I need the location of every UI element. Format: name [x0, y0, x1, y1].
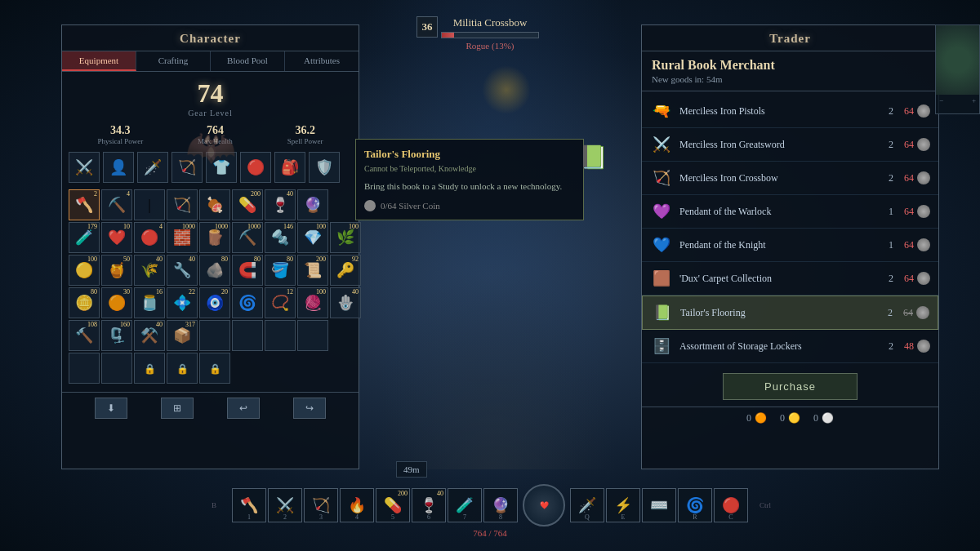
hotbar-slot-c[interactable]: 🔴 C — [714, 488, 748, 522]
inv-slot[interactable]: 🟠30 — [101, 287, 132, 318]
inv-slot[interactable]: 🧿20 — [199, 287, 230, 318]
forward-button[interactable]: ↪ — [293, 398, 326, 419]
trade-item-qty: 2 — [884, 105, 898, 118]
trade-item-name: 'Dux' Carpet Collection — [679, 273, 884, 285]
inv-slot[interactable]: 🔑92 — [330, 255, 361, 286]
inv-slot[interactable]: 🪣80 — [265, 255, 296, 286]
minimap[interactable]: − + — [935, 24, 980, 114]
inv-slot[interactable]: 🔩146 — [265, 222, 296, 253]
minimap-minus[interactable]: − — [939, 96, 943, 104]
inv-slot[interactable] — [101, 353, 132, 384]
inv-slot[interactable]: 🌾40 — [134, 255, 165, 286]
inv-slot[interactable]: 🔧40 — [167, 255, 198, 286]
inv-slot[interactable]: 🧶100 — [297, 287, 328, 318]
trade-item-crossbow[interactable]: 🏹 Merciless Iron Crossbow 2 64 — [642, 162, 938, 195]
hotbar-slot-3[interactable]: 🏹 3 — [304, 488, 338, 522]
equip-slot-7[interactable]: 🎒 — [274, 152, 305, 183]
inv-slot[interactable]: 🍯50 — [101, 255, 132, 286]
tab-equipment[interactable]: Equipment — [62, 51, 136, 71]
hotbar-slot-4[interactable]: 🔥 4 — [340, 488, 374, 522]
inv-slot[interactable]: 🪬40 — [330, 287, 361, 318]
inv-slot[interactable]: 🟡100 — [69, 255, 100, 286]
trade-item-greatsword[interactable]: ⚔️ Merciless Iron Greatsword 2 64 — [642, 128, 938, 162]
equip-slot-4[interactable]: 🏹 — [172, 152, 203, 183]
inv-slot[interactable]: 📦317 — [167, 320, 198, 351]
hotbar-slot-e[interactable]: ⚡ E — [606, 488, 640, 522]
inv-slot[interactable]: 🔮 — [297, 189, 328, 220]
inv-slot[interactable]: 📿12 — [265, 287, 296, 318]
inv-slot[interactable]: ❤️10 — [101, 222, 132, 253]
inv-slot[interactable]: 🔨108 — [69, 320, 100, 351]
trade-item-carpet[interactable]: 🟫 'Dux' Carpet Collection 2 64 — [642, 262, 938, 295]
inv-slot[interactable] — [232, 320, 263, 351]
inv-slot-locked[interactable] — [167, 353, 198, 384]
inv-slot[interactable]: 🏹 — [167, 189, 198, 220]
back-button[interactable]: ↩ — [227, 398, 260, 419]
inv-slot[interactable]: 🌀 — [232, 287, 263, 318]
equip-slot-8[interactable]: 🛡️ — [309, 152, 340, 183]
inv-slot[interactable]: 🪙80 — [69, 287, 100, 318]
trade-item-icon: 💙 — [650, 233, 673, 256]
tab-blood-pool[interactable]: Blood Pool — [211, 51, 285, 71]
inv-slot[interactable]: 📜200 — [297, 255, 328, 286]
inv-slot-locked[interactable] — [134, 353, 165, 384]
inv-slot[interactable]: 🪨80 — [199, 255, 230, 286]
grid-button[interactable]: ⊞ — [161, 398, 194, 419]
inv-slot[interactable]: 🧪179 — [69, 222, 100, 253]
hotbar-slot-5[interactable]: 💊200 5 — [376, 488, 410, 522]
inv-slot[interactable]: | — [134, 189, 165, 220]
inv-slot[interactable]: ⛏️1000 — [232, 222, 263, 253]
inv-slot[interactable]: 🌿100 — [330, 222, 361, 253]
distance-indicator: 49m — [396, 461, 427, 478]
inv-slot[interactable]: 🪓2 — [69, 189, 100, 220]
inv-slot[interactable]: 💊200 — [232, 189, 263, 220]
hotbar-slot-keyboard[interactable]: ⌨️ — [642, 488, 676, 522]
hotbar-slot-7[interactable]: 🧪 7 — [448, 488, 482, 522]
hotbar-slot-2[interactable]: ⚔️ 2 — [268, 488, 302, 522]
minimap-view — [936, 25, 979, 95]
trade-item-qty: 2 — [884, 172, 898, 184]
inv-slot[interactable] — [265, 320, 296, 351]
hp-display: 764 / 764 — [473, 528, 507, 538]
inv-slot[interactable] — [199, 320, 230, 351]
hotbar-slot-6[interactable]: 🍷40 6 — [412, 488, 446, 522]
download-button[interactable]: ⬇ — [95, 398, 127, 419]
equip-slot-1[interactable]: ⚔️ — [69, 152, 100, 183]
inv-slot[interactable]: 🍖 — [199, 189, 230, 220]
inv-slot[interactable]: 🗜️160 — [101, 320, 132, 351]
minimap-plus[interactable]: + — [972, 96, 976, 104]
trade-item-pendant-warlock[interactable]: 💜 Pendant of the Warlock 1 64 — [642, 195, 938, 229]
trade-coin — [917, 238, 930, 251]
hotbar-slot-1[interactable]: 🪓 1 — [232, 488, 266, 522]
inv-slot[interactable]: 🧱1000 — [167, 222, 198, 253]
hotbar-slot-r[interactable]: 🌀 R — [678, 488, 712, 522]
inv-slot-locked[interactable] — [199, 353, 230, 384]
trade-item-storage-lockers[interactable]: 🗄️ Assortment of Storage Lockers 2 48 — [642, 330, 938, 363]
inv-slot[interactable]: 🧲80 — [232, 255, 263, 286]
trade-item-pendant-knight[interactable]: 💙 Pendant of the Knight 1 64 — [642, 229, 938, 262]
inv-slot[interactable]: 💎100 — [297, 222, 328, 253]
inv-slot[interactable]: 🍷40 — [265, 189, 296, 220]
inv-slot[interactable] — [69, 353, 100, 384]
trade-item-pistols[interactable]: 🔫 Merciless Iron Pistols 2 64 — [642, 95, 938, 128]
hotbar-slot-q[interactable]: 🗡️ Q — [570, 488, 604, 522]
inv-slot[interactable]: ⚒️40 — [134, 320, 165, 351]
inventory-row-5: 🔨108 🗜️160 ⚒️40 📦317 — [69, 320, 352, 351]
tab-attributes[interactable]: Attributes — [285, 51, 359, 71]
inv-slot[interactable]: 🔴4 — [134, 222, 165, 253]
purchase-button[interactable]: Purchase — [723, 373, 858, 400]
inv-slot[interactable]: 💠22 — [167, 287, 198, 318]
inv-slot[interactable]: 🫙16 — [134, 287, 165, 318]
equip-slot-2[interactable]: 👤 — [103, 152, 134, 183]
inv-slot[interactable]: ⛏️4 — [101, 189, 132, 220]
equip-slot-6[interactable]: 🔴 — [240, 152, 271, 183]
tab-crafting[interactable]: Crafting — [136, 51, 211, 71]
inv-slot[interactable]: 🪵1000 — [199, 222, 230, 253]
trade-item-tailors-flooring[interactable]: 📗 Tailor's Flooring 2 64 — [642, 295, 938, 330]
inv-slot[interactable] — [297, 320, 328, 351]
trade-item-name: Tailor's Flooring — [680, 307, 884, 319]
hotbar-slot-8[interactable]: 🔮 8 — [483, 488, 518, 522]
max-health-stat: 764 Max Health — [198, 124, 233, 145]
equip-slot-5[interactable]: 👕 — [206, 152, 237, 183]
equip-slot-3[interactable]: 🗡️ — [137, 152, 168, 183]
